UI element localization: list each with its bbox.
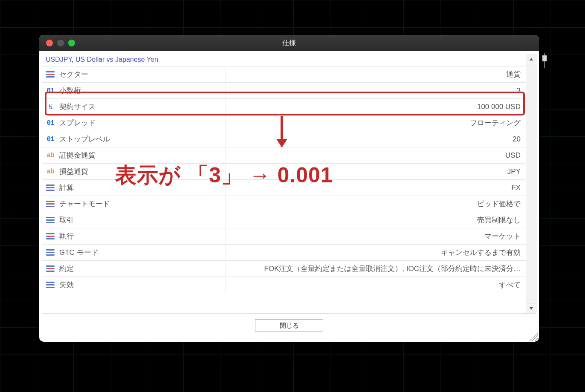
spec-label: 執行: [59, 231, 74, 241]
spec-row[interactable]: 取引売買制限なし: [42, 212, 526, 228]
list-redmid-icon: [46, 264, 55, 274]
spec-row[interactable]: セクター通貨: [42, 66, 526, 83]
spec-row[interactable]: チャートモードビッド価格で: [42, 196, 526, 212]
number-type-icon: 01: [46, 135, 55, 144]
spec-value: 3: [226, 86, 526, 95]
spec-value: マーケット: [226, 231, 526, 241]
spec-label: 証拠金通貨: [59, 150, 96, 160]
text-type-icon: ab: [46, 151, 55, 160]
spec-value: フローティング: [226, 118, 526, 128]
spec-label: GTC モード: [59, 248, 98, 257]
spec-row[interactable]: 計算FX: [42, 180, 526, 196]
spec-value: FX: [226, 184, 526, 192]
spec-row[interactable]: ab損益通貨JPY: [42, 164, 526, 180]
list-blue-icon: [46, 183, 55, 193]
spec-label: 失効: [59, 280, 74, 290]
number-type-icon: 01: [46, 86, 55, 95]
window-controls: [46, 40, 75, 46]
spec-label: スプレッド: [59, 118, 96, 128]
spec-label: 取引: [59, 215, 74, 225]
close-button[interactable]: 閉じる: [255, 319, 323, 332]
minimize-window-button[interactable]: [57, 40, 64, 46]
spec-row[interactable]: 01ストップレベル20: [42, 131, 526, 147]
spec-row[interactable]: 執行マーケット: [42, 228, 526, 245]
spec-value: 100 000 USD: [226, 103, 526, 111]
titlebar[interactable]: 仕様: [39, 35, 539, 51]
spec-label: 損益通貨: [59, 167, 88, 176]
spec-value: 売買制限なし: [226, 215, 526, 225]
spec-row[interactable]: 約定FOK注文（全量約定または全量取消注文）, IOC注文（部分約定時に未決済分…: [42, 261, 526, 277]
spec-value: 通貨: [226, 69, 526, 79]
scroll-up-button[interactable]: [526, 54, 536, 64]
close-window-button[interactable]: [46, 40, 53, 46]
spec-label: 小数桁: [59, 86, 81, 95]
spec-label: ストップレベル: [59, 134, 110, 144]
spec-value: キャンセルするまで有効: [226, 248, 526, 257]
list-redmid-icon: [46, 70, 55, 79]
spec-label: 計算: [59, 183, 74, 193]
scroll-down-button[interactable]: [526, 303, 536, 313]
spec-row[interactable]: 失効すべて: [42, 277, 526, 293]
scrollbar[interactable]: [526, 54, 536, 313]
number-type-icon: 01: [46, 118, 55, 128]
list-blue-icon: [46, 216, 55, 225]
spec-value: すべて: [226, 280, 526, 290]
spec-value: 20: [226, 135, 526, 144]
fraction-type-icon: ½: [46, 102, 55, 112]
text-type-icon: ab: [46, 167, 55, 176]
spec-value: ビッド価格で: [226, 199, 526, 209]
spec-value: JPY: [226, 167, 526, 176]
symbol-header: USDJPY, US Dollar vs Japanese Yen: [42, 54, 526, 66]
spec-row[interactable]: 01小数桁3: [42, 83, 526, 99]
zoom-window-button[interactable]: [68, 40, 75, 46]
list-redmid-icon: [46, 232, 55, 241]
spec-row[interactable]: GTC モードキャンセルするまで有効: [42, 245, 526, 261]
resize-grip[interactable]: [530, 332, 538, 341]
list-blue-icon: [46, 248, 55, 257]
spec-label: 約定: [59, 264, 74, 274]
spec-row[interactable]: ½契約サイス100 000 USD: [42, 99, 526, 115]
spec-row[interactable]: 01スプレッドフローティング: [42, 115, 526, 131]
specification-list: USDJPY, US Dollar vs Japanese Yen セクター通貨…: [42, 54, 526, 313]
list-redmid-icon: [46, 199, 55, 209]
list-blue-icon: [46, 280, 55, 290]
spec-value: USD: [226, 151, 526, 160]
specification-dialog: 仕様 USDJPY, US Dollar vs Japanese Yen セクタ…: [39, 35, 539, 342]
spec-label: セクター: [59, 69, 88, 79]
spec-value: FOK注文（全量約定または全量取消注文）, IOC注文（部分約定時に未決済分…: [226, 264, 526, 274]
spec-row[interactable]: ab証拠金通貨USD: [42, 147, 526, 164]
window-title: 仕様: [39, 39, 539, 48]
spec-label: チャートモード: [59, 199, 110, 209]
spec-label: 契約サイス: [59, 102, 96, 112]
